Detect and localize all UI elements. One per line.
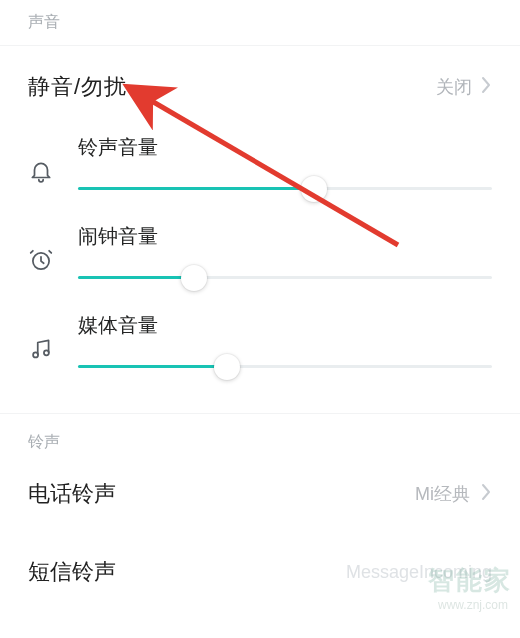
section-sound-label: 声音: [0, 0, 520, 35]
ring-volume-label: 铃声音量: [78, 134, 492, 161]
ring-volume-block: 铃声音量: [0, 128, 520, 217]
phone-ringtone-value: Mi经典: [415, 482, 470, 506]
slider-thumb[interactable]: [301, 176, 327, 202]
alarm-volume-slider[interactable]: [78, 264, 492, 292]
dnd-value-wrap: 关闭: [436, 75, 492, 100]
chevron-right-icon: [480, 482, 492, 507]
svg-point-2: [44, 350, 49, 355]
dnd-title: 静音/勿扰: [28, 72, 127, 102]
chevron-right-icon: [480, 75, 492, 100]
sms-ringtone-label: 短信铃声: [28, 557, 116, 587]
slider-thumb[interactable]: [214, 354, 240, 380]
dnd-status-value: 关闭: [436, 75, 472, 99]
alarm-volume-block: 闹钟音量: [0, 217, 520, 306]
alarm-volume-label: 闹钟音量: [78, 223, 492, 250]
section-ringtone-label: 铃声: [0, 414, 520, 455]
sms-ringtone-value: MessageIncoming: [346, 562, 492, 583]
media-volume-block: 媒体音量: [0, 306, 520, 395]
alarm-clock-icon: [28, 223, 68, 273]
phone-ringtone-row[interactable]: 电话铃声 Mi经典: [0, 455, 520, 533]
music-note-icon: [28, 312, 68, 362]
dnd-row[interactable]: 静音/勿扰 关闭: [0, 46, 520, 128]
svg-point-1: [33, 352, 38, 357]
ring-volume-slider[interactable]: [78, 175, 492, 203]
slider-thumb[interactable]: [181, 265, 207, 291]
media-volume-slider[interactable]: [78, 353, 492, 381]
watermark-sub-text: www.znj.com: [438, 598, 508, 612]
phone-ringtone-label: 电话铃声: [28, 479, 116, 509]
media-volume-label: 媒体音量: [78, 312, 492, 339]
bell-icon: [28, 134, 68, 184]
sms-ringtone-row[interactable]: 短信铃声 MessageIncoming: [0, 533, 520, 597]
